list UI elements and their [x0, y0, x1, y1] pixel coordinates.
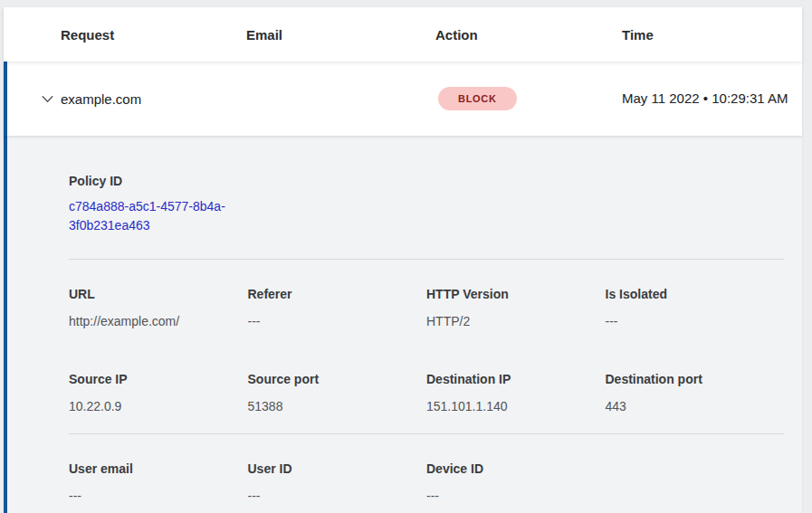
field-label: Is Isolated [606, 285, 785, 303]
referer-field: Referer --- [248, 285, 427, 330]
field-label: Source port [248, 370, 427, 388]
table-row[interactable]: example.com BLOCK May 11 2022 • 10:29:31… [4, 62, 802, 136]
table-header-row: Request Email Action Time [4, 7, 802, 62]
field-value: 10.22.0.9 [69, 397, 248, 415]
field-value: HTTP/2 [426, 312, 606, 330]
field-label: Destination IP [426, 370, 606, 388]
destination-ip-field: Destination IP 151.101.1.140 [426, 370, 606, 415]
section-divider [69, 259, 784, 260]
detail-fields-row-2: Source IP 10.22.0.9 Source port 51388 De… [69, 370, 784, 415]
chevron-down-icon [40, 91, 55, 107]
field-label: Device ID [426, 460, 606, 478]
log-detail-panel: Policy ID c784a888-a5c1-4577-8b4a-3f0b23… [4, 136, 802, 513]
policy-id-label: Policy ID [69, 172, 784, 190]
field-label: User email [69, 460, 248, 478]
policy-id-link[interactable]: c784a888-a5c1-4577-8b4a-3f0b231ea463 [69, 197, 250, 235]
field-label: Destination port [606, 370, 785, 388]
user-email-field: User email --- [69, 460, 248, 505]
field-value: --- [69, 487, 248, 505]
collapse-row-button[interactable] [38, 90, 56, 108]
device-id-field: Device ID --- [426, 460, 606, 505]
gateway-log-table: Request Email Action Time example.com BL… [4, 7, 802, 513]
user-id-field: User ID --- [248, 460, 427, 505]
field-label: User ID [248, 460, 427, 478]
field-value: 51388 [248, 397, 427, 415]
field-label: URL [69, 285, 248, 303]
is-isolated-field: Is Isolated --- [606, 285, 785, 330]
field-value: --- [248, 312, 427, 330]
url-field: URL http://example.com/ [69, 285, 248, 330]
http-version-field: HTTP Version HTTP/2 [426, 285, 606, 330]
field-value: http://example.com/ [69, 312, 248, 330]
field-value: 443 [606, 397, 785, 415]
column-header-email: Email [246, 27, 435, 43]
detail-fields-row-3: User email --- User ID --- Device ID --- [69, 460, 784, 505]
column-header-time: Time [622, 27, 802, 43]
field-label: Source IP [69, 370, 248, 388]
column-header-action: Action [435, 27, 622, 43]
row-request-value: example.com [61, 91, 246, 107]
field-value: --- [248, 487, 427, 505]
field-value: --- [606, 312, 785, 330]
column-header-request: Request [61, 27, 246, 43]
field-label: HTTP Version [426, 285, 606, 303]
section-divider [69, 433, 784, 434]
field-label: Referer [248, 285, 427, 303]
source-ip-field: Source IP 10.22.0.9 [69, 370, 248, 415]
policy-id-field: Policy ID c784a888-a5c1-4577-8b4a-3f0b23… [69, 172, 784, 235]
row-action-cell: BLOCK [435, 87, 622, 110]
field-value: 151.101.1.140 [426, 397, 606, 415]
destination-port-field: Destination port 443 [606, 370, 785, 415]
source-port-field: Source port 51388 [248, 370, 427, 415]
row-time-value: May 11 2022 • 10:29:31 AM [622, 88, 802, 109]
block-status-badge: BLOCK [438, 87, 517, 110]
detail-fields-row-1: URL http://example.com/ Referer --- HTTP… [69, 285, 784, 330]
field-value: --- [426, 487, 606, 505]
